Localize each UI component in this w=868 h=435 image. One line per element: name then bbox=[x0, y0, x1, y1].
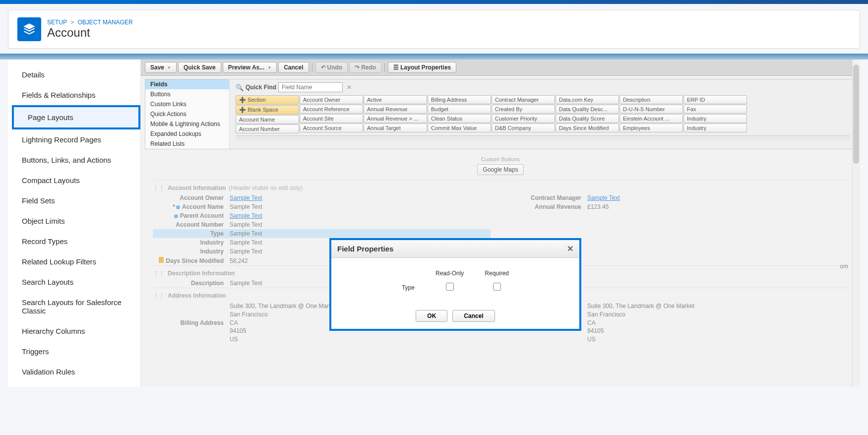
preview-button[interactable]: Preview As... bbox=[223, 62, 277, 73]
field-chip[interactable]: Industry bbox=[683, 124, 747, 132]
field-label: Industry bbox=[153, 239, 230, 246]
field-chip[interactable]: Description bbox=[620, 95, 683, 104]
palette-cat-related-lists[interactable]: Related Lists bbox=[145, 139, 229, 149]
field-chip[interactable]: Account Source bbox=[300, 124, 363, 132]
breadcrumb-setup[interactable]: SETUP bbox=[47, 19, 67, 26]
search-icon: 🔍 bbox=[236, 84, 244, 91]
sidebar-item-search-layouts-for-salesforce-classic[interactable]: Search Layouts for Salesforce Classic bbox=[8, 292, 140, 321]
field-chip[interactable]: Account Number bbox=[236, 124, 299, 133]
cancel-button[interactable]: Cancel bbox=[278, 62, 309, 73]
sidebar-item-page-layouts[interactable]: Page Layouts bbox=[12, 105, 140, 129]
field-chip[interactable]: Contract Manager bbox=[492, 95, 555, 104]
detail-row[interactable]: Annual Revenue£123.45 bbox=[510, 202, 848, 211]
palette-cat-expanded-lookups[interactable]: Expanded Lookups bbox=[145, 129, 229, 139]
field-chip[interactable]: Created By bbox=[492, 105, 555, 114]
palette-cat-fields[interactable]: Fields bbox=[145, 79, 229, 89]
sidebar-item-compact-layouts[interactable]: Compact Layouts bbox=[8, 170, 140, 190]
field-chip[interactable]: Data Quality Score bbox=[556, 114, 619, 123]
sidebar-item-object-limits[interactable]: Object Limits bbox=[8, 211, 140, 231]
field-chip[interactable]: ➕ Blank Space bbox=[236, 105, 299, 115]
field-chip[interactable]: Annual Target bbox=[364, 124, 427, 132]
sidebar: DetailsFields & RelationshipsPage Layout… bbox=[8, 60, 141, 387]
drag-handle-icon[interactable]: ⋮⋮ bbox=[153, 270, 165, 277]
field-chip[interactable]: Clean Status bbox=[428, 114, 491, 123]
field-chip[interactable]: Industry bbox=[683, 114, 747, 123]
breadcrumb-sep: > bbox=[70, 19, 74, 26]
required-checkbox[interactable] bbox=[493, 283, 501, 291]
detail-row[interactable]: Parent AccountSample Text bbox=[153, 211, 491, 220]
field-value: Sample Text bbox=[230, 239, 262, 246]
scroll-thumb[interactable] bbox=[853, 64, 859, 164]
detail-row[interactable]: TypeSample Text bbox=[153, 229, 491, 238]
field-chip[interactable]: Annual Revenue bbox=[364, 105, 427, 114]
field-chip[interactable]: D-U-N-S Number bbox=[620, 105, 683, 114]
sidebar-item-search-layouts[interactable]: Search Layouts bbox=[8, 272, 140, 292]
detail-row[interactable]: Contract ManagerSample Text bbox=[510, 193, 848, 202]
toolbar-sep bbox=[384, 63, 385, 72]
field-chip[interactable]: Days Since Modified bbox=[556, 124, 619, 132]
field-chip[interactable]: Account Site bbox=[300, 114, 363, 123]
vertical-scrollbar[interactable] bbox=[852, 60, 860, 387]
drag-handle-icon[interactable]: ⋮⋮ bbox=[153, 292, 165, 299]
horizontal-scroll[interactable] bbox=[236, 135, 850, 140]
detail-row[interactable]: Account OwnerSample Text bbox=[153, 193, 491, 202]
save-button[interactable]: Save bbox=[145, 62, 177, 73]
clear-icon[interactable]: ✕ bbox=[347, 84, 352, 91]
close-icon[interactable]: ✕ bbox=[567, 244, 573, 253]
sidebar-item-lightning-record-pages[interactable]: Lightning Record Pages bbox=[8, 129, 140, 150]
sidebar-item-fields-relationships[interactable]: Fields & Relationships bbox=[8, 85, 140, 105]
sidebar-item-field-sets[interactable]: Field Sets bbox=[8, 190, 140, 211]
field-chip[interactable]: D&B Company bbox=[492, 124, 555, 132]
palette-cat-buttons[interactable]: Buttons bbox=[145, 89, 229, 99]
sidebar-item-triggers[interactable]: Triggers bbox=[8, 341, 140, 362]
field-chip[interactable]: ERP ID bbox=[683, 95, 747, 104]
sidebar-item-record-types[interactable]: Record Types bbox=[8, 231, 140, 251]
field-chip[interactable]: Account Name bbox=[236, 115, 299, 124]
layout-properties-button[interactable]: ☰ Layout Properties bbox=[388, 62, 456, 73]
breadcrumb-object-manager[interactable]: OBJECT MANAGER bbox=[78, 19, 133, 26]
field-chip[interactable]: Active bbox=[364, 95, 427, 104]
field-chip[interactable]: Einstein Account ... bbox=[620, 114, 683, 123]
palette-cat-mobile-lightning-actions[interactable]: Mobile & Lightning Actions bbox=[145, 119, 229, 129]
field-chip[interactable]: Data.com Key bbox=[556, 95, 619, 104]
field-chip[interactable]: Commit Max Value bbox=[428, 124, 491, 132]
page-header: SETUP > OBJECT MANAGER Account bbox=[8, 10, 860, 49]
field-chip[interactable]: Fax bbox=[683, 105, 747, 114]
quick-find-input[interactable] bbox=[278, 82, 343, 92]
page-title: Account bbox=[47, 26, 133, 40]
modal-title: Field Properties bbox=[337, 245, 393, 253]
field-label: Industry bbox=[153, 248, 230, 255]
field-chip[interactable]: Account Reference bbox=[300, 105, 363, 114]
undo-button[interactable]: ↶ Undo bbox=[315, 62, 348, 73]
sidebar-item-details[interactable]: Details bbox=[8, 64, 140, 85]
sidebar-item-related-lookup-filters[interactable]: Related Lookup Filters bbox=[8, 251, 140, 272]
header-separator bbox=[0, 54, 868, 60]
sidebar-item-buttons-links-and-actions[interactable]: Buttons, Links, and Actions bbox=[8, 150, 140, 170]
palette-cat-quick-actions[interactable]: Quick Actions bbox=[145, 109, 229, 119]
field-value: Sample Text bbox=[587, 194, 620, 201]
palette-categories: FieldsButtonsCustom LinksQuick ActionsMo… bbox=[145, 79, 230, 149]
modal-body: Read-Only Required Type bbox=[331, 258, 579, 305]
field-chip[interactable]: Data Quality Desc... bbox=[556, 105, 619, 114]
field-chip[interactable]: Annual Revenue > ... bbox=[364, 114, 427, 123]
readonly-checkbox[interactable] bbox=[446, 283, 454, 291]
cancel-modal-button[interactable]: Cancel bbox=[452, 310, 495, 322]
field-chip[interactable]: Billing Address bbox=[428, 95, 491, 104]
sidebar-item-hierarchy-columns[interactable]: Hierarchy Columns bbox=[8, 321, 140, 341]
field-chip[interactable]: Customer Priority bbox=[492, 114, 555, 123]
sidebar-item-validation-rules[interactable]: Validation Rules bbox=[8, 362, 140, 382]
col-required: Required bbox=[475, 268, 519, 279]
palette-cat-custom-links[interactable]: Custom Links bbox=[145, 99, 229, 109]
drag-handle-icon[interactable]: ⋮⋮ bbox=[153, 185, 165, 191]
google-maps-button[interactable]: Google Maps bbox=[477, 164, 523, 175]
field-chip[interactable]: Employees bbox=[620, 124, 683, 132]
ok-button[interactable]: OK bbox=[416, 310, 447, 322]
shipping-value: Suite 300, The Landmark @ One MarketSan … bbox=[587, 302, 694, 344]
redo-button[interactable]: ↷ Redo bbox=[349, 62, 381, 73]
field-chip[interactable]: ➕ Section bbox=[236, 95, 299, 105]
field-chip[interactable]: Account Owner bbox=[300, 95, 363, 104]
detail-row[interactable]: Account NumberSample Text bbox=[153, 220, 491, 229]
field-chip[interactable]: Budget bbox=[428, 105, 491, 114]
detail-row[interactable]: *Account NameSample Text bbox=[153, 202, 491, 211]
quick-save-button[interactable]: Quick Save bbox=[178, 62, 221, 73]
